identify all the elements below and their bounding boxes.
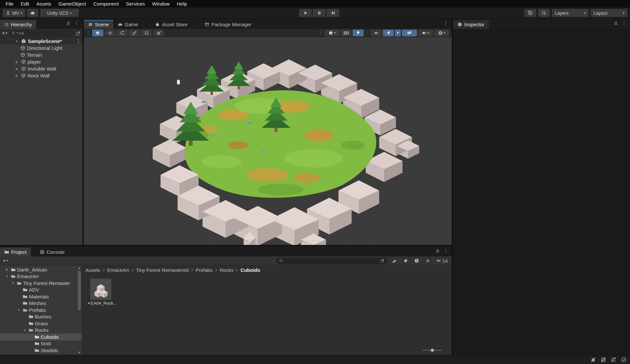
lock-icon[interactable] xyxy=(435,249,440,253)
cache-server-disabled-button[interactable] xyxy=(600,356,607,363)
folder-meshes[interactable]: Meshes xyxy=(0,300,82,307)
panel-menu-icon[interactable]: ⋮ xyxy=(442,21,450,26)
folder-bushes[interactable]: Bushes xyxy=(0,313,82,320)
hidden-objects-toggle[interactable] xyxy=(402,30,417,36)
crumb-emaceart[interactable]: EmaceArt xyxy=(107,267,129,273)
visibility-count[interactable]: 14 xyxy=(435,257,449,264)
hierarchy-item-player[interactable]: ▶ player xyxy=(0,58,82,65)
expand-arrow-icon[interactable]: ▼ xyxy=(16,308,21,312)
progress-ok-button[interactable] xyxy=(620,356,627,363)
hierarchy-item-directional-light[interactable]: Directional Light xyxy=(0,45,82,51)
tab-scene[interactable]: Scene xyxy=(84,20,113,29)
panel-menu-icon[interactable]: ⋮ xyxy=(620,21,628,26)
pause-button[interactable] xyxy=(313,9,326,17)
filter-by-label-button[interactable] xyxy=(401,257,410,264)
play-button[interactable] xyxy=(299,9,312,17)
crumb-assets[interactable]: Assets xyxy=(85,267,100,273)
expand-arrow-icon[interactable]: ▼ xyxy=(22,329,27,332)
2d-toggle[interactable]: 2D xyxy=(340,30,352,36)
open-search-window-icon[interactable] xyxy=(380,258,385,263)
auto-refresh-disabled-button[interactable] xyxy=(610,356,617,363)
undo-history-button[interactable] xyxy=(524,9,536,17)
crumb-prefabs[interactable]: Prefabs xyxy=(196,267,213,273)
folder-adv[interactable]: ADV xyxy=(0,287,82,293)
toolbar-grip[interactable] xyxy=(88,30,90,35)
scene-header-row[interactable]: ▼ SampleScene* ⋮ xyxy=(0,38,82,45)
filter-by-type-button[interactable] xyxy=(390,257,399,264)
menu-file[interactable]: File xyxy=(2,1,17,7)
folder-cuboids[interactable]: Cuboids xyxy=(0,334,82,340)
move-tool[interactable] xyxy=(104,30,116,36)
menu-assets[interactable]: Assets xyxy=(33,1,55,7)
gizmos-dropdown[interactable]: ▾ xyxy=(434,30,449,36)
player-capsule[interactable] xyxy=(177,80,180,85)
audio-mute-toggle[interactable] xyxy=(371,30,382,36)
filter-importlog-button[interactable] xyxy=(412,257,421,264)
effects-dropdown[interactable]: ▾ xyxy=(395,30,401,36)
menu-component[interactable]: Component xyxy=(90,1,122,7)
account-dropdown[interactable]: MV ▾ xyxy=(3,9,25,17)
tab-asset-store[interactable]: Asset Store xyxy=(151,20,192,29)
camera-settings-dropdown[interactable]: ▾ xyxy=(418,30,433,36)
menu-help[interactable]: Help xyxy=(173,1,191,7)
menu-edit[interactable]: Edit xyxy=(17,1,33,7)
debugger-disabled-button[interactable] xyxy=(590,356,597,363)
tab-console[interactable]: Console xyxy=(35,248,69,256)
folder-rocks[interactable]: ▼Rocks xyxy=(0,327,82,334)
tab-inspector[interactable]: Inspector xyxy=(453,20,489,29)
panel-menu-icon[interactable]: ⋮ xyxy=(442,248,450,253)
lock-icon[interactable] xyxy=(614,21,618,26)
folder-materials[interactable]: Materials xyxy=(0,293,82,300)
asset-item[interactable]: EA04_Rock... xyxy=(88,279,114,306)
toolbar-grip[interactable] xyxy=(366,30,368,35)
view-hand-tool[interactable] xyxy=(92,30,103,36)
hierarchy-item-invisible-wall[interactable]: ▶ Invisible Wall xyxy=(0,65,82,72)
folder-darth-artisan[interactable]: ▶Darth_Artisan xyxy=(0,266,82,273)
expand-arrow-icon[interactable]: ▶ xyxy=(5,268,10,271)
panel-menu-icon[interactable]: ⋮ xyxy=(73,21,80,26)
folder-stoolids[interactable]: Stoolids xyxy=(0,347,82,354)
scroll-down-icon[interactable]: ▼ xyxy=(77,351,81,354)
tab-package-manager[interactable]: Package Manager xyxy=(200,20,256,29)
scene-menu-icon[interactable]: ⋮ xyxy=(75,39,82,44)
scene-viewport-3d[interactable]: .ftop{fill:#e3d6d2}.fleft{fill:#cfc1bd}.… xyxy=(84,37,452,245)
crumb-tiny-forest[interactable]: Tiny Forest Remastered xyxy=(136,267,188,273)
crumb-rocks[interactable]: Rocks xyxy=(220,267,233,273)
folder-emaceart[interactable]: ▼EmaceArt xyxy=(0,273,82,280)
create-asset-button[interactable]: + ▾ xyxy=(3,258,8,264)
scroll-up-icon[interactable]: ▲ xyxy=(77,266,81,270)
expand-arrow-icon[interactable]: ▶ xyxy=(14,67,19,71)
expand-arrow-icon[interactable]: ▼ xyxy=(5,275,10,278)
effects-toggle[interactable] xyxy=(383,30,394,36)
open-search-window-icon[interactable] xyxy=(76,31,80,36)
expand-arrow-icon[interactable]: ▶ xyxy=(14,60,19,64)
favorites-button[interactable]: ★ xyxy=(424,257,432,264)
scrollbar-thumb[interactable] xyxy=(78,271,81,310)
search-button[interactable] xyxy=(538,9,550,17)
folder-tiny-forest-remaster[interactable]: ▼Tiny Forest Remaster xyxy=(0,280,82,287)
menu-services[interactable]: Services xyxy=(122,1,149,7)
layout-dropdown[interactable]: Layout ▾ xyxy=(591,9,627,17)
menu-gameobject[interactable]: GameObject xyxy=(55,1,90,7)
lock-icon[interactable] xyxy=(66,21,71,26)
hierarchy-item-terrain[interactable]: Terrain xyxy=(0,51,82,58)
expand-arrow-icon[interactable]: ▶ xyxy=(14,74,19,77)
slider-knob[interactable] xyxy=(431,349,434,352)
folder-prefabs[interactable]: ▼Prefabs xyxy=(0,307,82,313)
project-search-input[interactable] xyxy=(276,258,387,264)
expand-arrow-icon[interactable]: ▼ xyxy=(11,281,15,285)
step-button[interactable] xyxy=(326,9,339,17)
vcs-dropdown[interactable]: Unity VCS ▾ xyxy=(40,9,79,17)
cloud-button[interactable] xyxy=(27,9,38,17)
folder-grass[interactable]: Grass xyxy=(0,320,82,327)
transform-tool[interactable] xyxy=(153,30,164,36)
crumb-cuboids[interactable]: Cuboids xyxy=(241,267,260,273)
expand-arrow-icon[interactable]: ▼ xyxy=(14,40,19,43)
scale-tool[interactable] xyxy=(129,30,140,36)
folder-snot[interactable]: Snot xyxy=(0,340,82,347)
tab-project[interactable]: Project xyxy=(0,248,31,256)
draw-mode-dropdown[interactable]: ▾ xyxy=(324,30,339,36)
hierarchy-search-input[interactable]: ▾ All xyxy=(9,30,74,36)
hierarchy-item-rock-wall[interactable]: ▶ Rock Wall xyxy=(0,72,82,79)
tab-hierarchy[interactable]: Hierarchy xyxy=(0,20,36,29)
